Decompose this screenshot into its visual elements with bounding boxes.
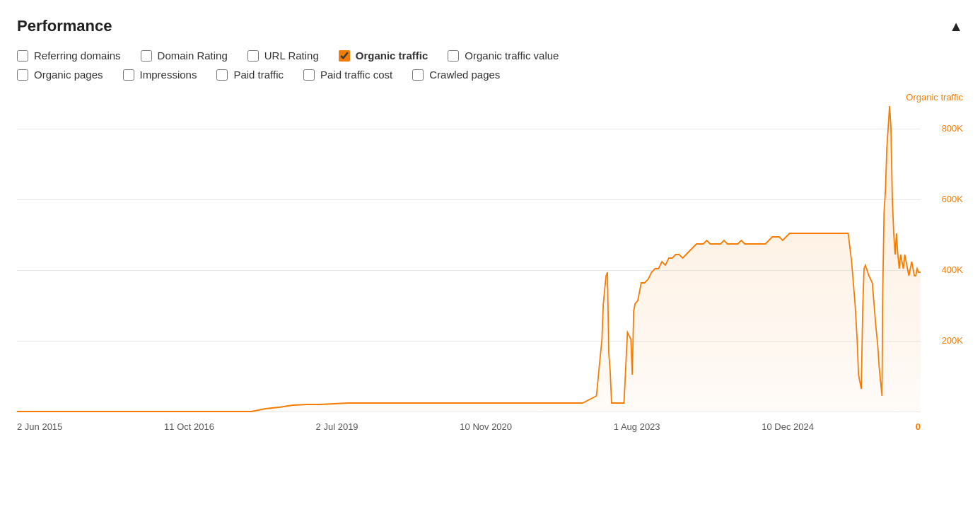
checkbox-label-domain-rating: Domain Rating (158, 49, 228, 62)
checkbox-organic-traffic-value[interactable] (448, 50, 459, 62)
checkbox-label-organic-pages: Organic pages (34, 69, 103, 81)
checkbox-item-domain-rating[interactable]: Domain Rating (141, 49, 228, 62)
checkbox-label-url-rating: URL Rating (264, 49, 319, 62)
checkbox-referring-domains[interactable] (17, 50, 28, 62)
x-label-5: 10 Dec 2024 (762, 421, 814, 432)
checkbox-item-organic-traffic-value[interactable]: Organic traffic value (448, 49, 559, 62)
y-label-600k: 600K (942, 194, 963, 204)
checkbox-organic-traffic[interactable] (339, 50, 350, 62)
y-label-400k: 400K (942, 264, 963, 275)
checkbox-label-crawled-pages: Crawled pages (429, 69, 500, 81)
chart-area: Organic traffic 800K 600K 400K 200K (17, 92, 963, 417)
checkbox-label-paid-traffic: Paid traffic (233, 69, 284, 81)
x-label-value: 0 (916, 421, 921, 432)
checkbox-item-crawled-pages[interactable]: Crawled pages (412, 69, 500, 81)
checkbox-item-impressions[interactable]: Impressions (123, 69, 197, 81)
checkbox-domain-rating[interactable] (141, 50, 152, 62)
checkbox-item-organic-traffic[interactable]: Organic traffic (339, 49, 428, 62)
checkbox-label-organic-traffic-value: Organic traffic value (465, 49, 559, 62)
checkbox-label-organic-traffic: Organic traffic (356, 49, 428, 62)
x-label-0: 2 Jun 2015 (17, 421, 62, 432)
checkbox-item-paid-traffic[interactable]: Paid traffic (216, 69, 284, 81)
collapse-icon[interactable]: ▲ (949, 18, 963, 35)
x-label-2: 2 Jul 2019 (316, 421, 358, 432)
y-label-800k: 800K (942, 123, 963, 134)
checkbox-organic-pages[interactable] (17, 69, 28, 81)
y-label-200k: 200K (942, 335, 963, 346)
checkbox-label-paid-traffic-cost: Paid traffic cost (320, 69, 392, 81)
checkbox-label-referring-domains: Referring domains (34, 49, 121, 62)
checkbox-item-referring-domains[interactable]: Referring domains (17, 49, 121, 62)
checkbox-url-rating[interactable] (247, 50, 259, 62)
x-label-3: 10 Nov 2020 (460, 421, 512, 432)
checkbox-label-impressions: Impressions (140, 69, 197, 81)
checkbox-item-paid-traffic-cost[interactable]: Paid traffic cost (303, 69, 392, 81)
x-label-4: 1 Aug 2023 (614, 421, 660, 432)
checkbox-crawled-pages[interactable] (412, 69, 424, 81)
checkbox-impressions[interactable] (123, 69, 134, 81)
checkbox-item-organic-pages[interactable]: Organic pages (17, 69, 103, 81)
x-label-1: 11 Oct 2016 (164, 421, 214, 432)
checkbox-row-2: Organic pagesImpressionsPaid trafficPaid… (17, 69, 963, 81)
checkbox-row-1: Referring domainsDomain RatingURL Rating… (17, 49, 963, 62)
checkbox-paid-traffic[interactable] (216, 69, 228, 81)
x-axis: 2 Jun 2015 11 Oct 2016 2 Jul 2019 10 Nov… (17, 421, 963, 432)
chart-container: Organic traffic 800K 600K 400K 200K 2 Ju… (17, 92, 963, 432)
checkbox-item-url-rating[interactable]: URL Rating (247, 49, 319, 62)
page-title: Performance (17, 17, 112, 35)
checkbox-paid-traffic-cost[interactable] (303, 69, 315, 81)
chart-svg (17, 92, 921, 417)
